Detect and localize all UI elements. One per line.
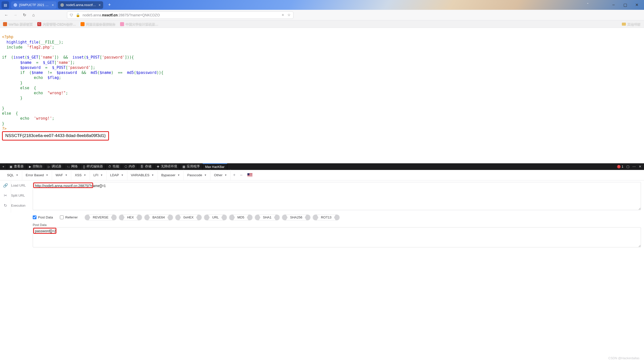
address-text: node5.anna.nssctf.cn:28875/?name=QNKCDZO xyxy=(83,13,160,17)
maximize-button[interactable]: ▢ xyxy=(619,1,631,9)
hackbar-dd-other[interactable]: Other▼ xyxy=(210,170,231,180)
devtools-tab-network[interactable]: ↑↓网络 xyxy=(64,163,81,170)
refresh-icon[interactable]: ↻ xyxy=(4,201,7,211)
scissors-icon[interactable]: ✂ xyxy=(4,191,7,201)
tabs-list-chevron-icon[interactable]: ˅ xyxy=(587,3,589,7)
pill-sha256[interactable]: SHA256 xyxy=(282,215,310,220)
devtools-more-icon[interactable]: ⋯ xyxy=(632,165,636,168)
pill-sha1[interactable]: SHA1 xyxy=(255,215,280,220)
nav-reload-button[interactable]: ↻ xyxy=(21,13,28,17)
hackbar-panel: SQL▼ Error Based▼ WAF▼ XSS▼ LFI▼ LDAP▼ V… xyxy=(0,170,644,251)
devtools-error-count[interactable]: !1 xyxy=(617,165,623,168)
bookmark-item[interactable]: C 内容管理-CSDN创作… xyxy=(37,22,76,26)
link-icon[interactable]: 🔗 xyxy=(3,180,8,191)
hackbar-side-icons: 🔗 ✂ ↻ xyxy=(0,180,11,213)
nav-back-button[interactable]: ← xyxy=(3,13,10,17)
hackbar-side-labels: Load URL Split URL Execution xyxy=(11,180,33,213)
hackbar-dd-ldap[interactable]: LDAP▼ xyxy=(107,170,127,180)
bookmark-favicon-icon xyxy=(81,22,85,26)
bookmark-item[interactable]: 阿里云服务器控制台 xyxy=(81,22,116,26)
address-bar[interactable]: 🛡 🔒 node5.anna.nssctf.cn:28875/?name=QNK… xyxy=(67,11,293,19)
hackbar-plus-button[interactable]: + xyxy=(231,173,238,177)
bookmarks-bar: WeTab 新标签页 C 内容管理-CSDN创作… 阿里云服务器控制台 中国大学… xyxy=(0,20,644,28)
new-tab-button[interactable]: + xyxy=(106,2,113,8)
minimize-button[interactable]: – xyxy=(608,1,619,9)
hackbar-url-input[interactable] xyxy=(33,182,641,210)
devtools-tabs: ⌖ ▣查看器 ▶控制台 ▷调试器 ↑↓网络 {}样式编辑器 ⏱性能 ⎔内存 🗄存… xyxy=(0,163,644,170)
devtools-close-icon[interactable]: ✕ xyxy=(639,165,641,168)
bookmark-item[interactable]: WeTab 新标签页 xyxy=(3,22,33,26)
tab-1[interactable]: [SWPUCTF 2021 新生赛]easy × xyxy=(11,1,56,9)
devtools-tab-storage[interactable]: 🗄存储 xyxy=(138,163,154,170)
devtools-tab-performance[interactable]: ⏱性能 xyxy=(106,163,122,170)
favicon-icon xyxy=(14,3,17,7)
devtools-tab-debugger[interactable]: ▷调试器 xyxy=(45,163,64,170)
label-execution[interactable]: Execution xyxy=(11,201,33,211)
devtools-tab-memory[interactable]: ⎔内存 xyxy=(122,163,138,170)
other-bookmarks[interactable]: 其他书签 xyxy=(622,22,640,26)
hackbar-dd-xss[interactable]: XSS▼ xyxy=(71,170,90,180)
tab-2-active[interactable]: node5.anna.nssctf.cn:28875/?na… × xyxy=(58,1,103,9)
bookmark-label: WeTab 新标签页 xyxy=(9,22,33,26)
bookmark-item[interactable]: 中国大学生计算机设… xyxy=(120,22,158,26)
watermark: CSDN @Hackerdallas xyxy=(608,356,639,360)
pill-hex[interactable]: HEX xyxy=(119,215,142,220)
hackbar-options-row: Post Data Referrer REVERSE HEX BASE64 0x… xyxy=(0,213,644,222)
devtools-tab-accessibility[interactable]: ✚无障碍环境 xyxy=(154,163,180,170)
favicon-icon xyxy=(60,3,64,7)
bookmark-label: 中国大学生计算机设… xyxy=(126,22,158,26)
hackbar-dd-passcode[interactable]: Passcode▼ xyxy=(184,170,210,180)
page-body: <?php highlight_file(__FILE__); include … xyxy=(0,28,644,142)
bookmark-favicon-icon: C xyxy=(37,22,41,26)
devtools-tab-inspector[interactable]: ▣查看器 xyxy=(7,163,26,170)
hackbar-dd-vars[interactable]: VARIABLES▼ xyxy=(127,170,158,180)
tab-title: node5.anna.nssctf.cn:28875/?na… xyxy=(66,3,97,7)
hackbar-postdata-input[interactable] xyxy=(33,227,641,247)
shield-icon[interactable]: 🛡 xyxy=(70,13,73,17)
postdata-checkbox[interactable]: Post Data xyxy=(33,215,53,219)
hackbar-menu-row: SQL▼ Error Based▼ WAF▼ XSS▼ LFI▼ LDAP▼ V… xyxy=(0,170,644,180)
label-split-url[interactable]: Split URL xyxy=(11,191,33,201)
bookmark-favicon-icon xyxy=(120,22,124,26)
pill-rot13[interactable]: ROT13 xyxy=(313,215,339,220)
close-window-button[interactable]: ✕ xyxy=(631,1,642,9)
hackbar-minus-button[interactable]: – xyxy=(238,173,245,177)
us-flag-icon[interactable] xyxy=(247,173,252,177)
hackbar-dd-sql[interactable]: SQL▼ xyxy=(4,170,22,180)
sidebar-toggle[interactable]: ▤ xyxy=(2,1,9,9)
devtools-panel: ⌖ ▣查看器 ▶控制台 ▷调试器 ↑↓网络 {}样式编辑器 ⏱性能 ⎔内存 🗄存… xyxy=(0,163,644,251)
window-controls: – ▢ ✕ xyxy=(608,1,642,9)
hackbar-dd-lfi[interactable]: LFI▼ xyxy=(90,170,106,180)
hackbar-dd-waf[interactable]: WAF▼ xyxy=(52,170,71,180)
pill-url[interactable]: URL xyxy=(204,215,227,220)
devtools-tab-console[interactable]: ▶控制台 xyxy=(26,163,45,170)
devtools-tab-application[interactable]: ▦应用程序 xyxy=(180,163,203,170)
bookmark-star-icon[interactable]: ☆ xyxy=(287,13,291,17)
postdata-label: Post Data xyxy=(0,222,644,227)
label-load-url[interactable]: Load URL xyxy=(11,180,33,191)
nav-home-button[interactable]: ⌂ xyxy=(30,13,37,17)
devtools-dock-icon[interactable]: ▢ xyxy=(626,165,629,168)
pill-base64[interactable]: BASE64 xyxy=(144,215,173,220)
devtools-picker-icon[interactable]: ⌖ xyxy=(0,163,7,170)
titlebar: ▤ [SWPUCTF 2021 新生赛]easy × node5.anna.ns… xyxy=(0,0,644,10)
lock-icon[interactable]: 🔒 xyxy=(76,13,80,17)
hackbar-dd-bypasser[interactable]: Bypasser▼ xyxy=(158,170,184,180)
url-toolbar: ← → ↻ ⌂ 🛡 🔒 node5.anna.nssctf.cn:28875/?… xyxy=(0,10,644,20)
folder-icon xyxy=(622,23,626,26)
tab-title: [SWPUCTF 2021 新生赛]easy xyxy=(19,3,50,7)
flag-output: NSSCTF{2183ce6a-ee07-4433-8dad-8eeb8a09f… xyxy=(2,131,109,141)
bookmark-favicon-icon xyxy=(3,22,7,26)
close-icon[interactable]: × xyxy=(99,3,101,7)
qr-icon[interactable]: ⌗ xyxy=(282,13,284,17)
referrer-checkbox[interactable]: Referrer xyxy=(60,215,78,219)
pill-0xhex[interactable]: 0xHEX xyxy=(175,215,202,220)
close-icon[interactable]: × xyxy=(52,3,54,7)
devtools-tab-styles[interactable]: {}样式编辑器 xyxy=(81,163,106,170)
pill-md5[interactable]: MD5 xyxy=(229,215,252,220)
hackbar-dd-error[interactable]: Error Based▼ xyxy=(22,170,52,180)
bookmark-label: 内容管理-CSDN创作… xyxy=(43,22,76,26)
pill-reverse[interactable]: REVERSE xyxy=(85,215,117,220)
other-bookmarks-label: 其他书签 xyxy=(627,22,640,26)
devtools-tab-hackbar[interactable]: Max HacKBar xyxy=(203,163,227,170)
